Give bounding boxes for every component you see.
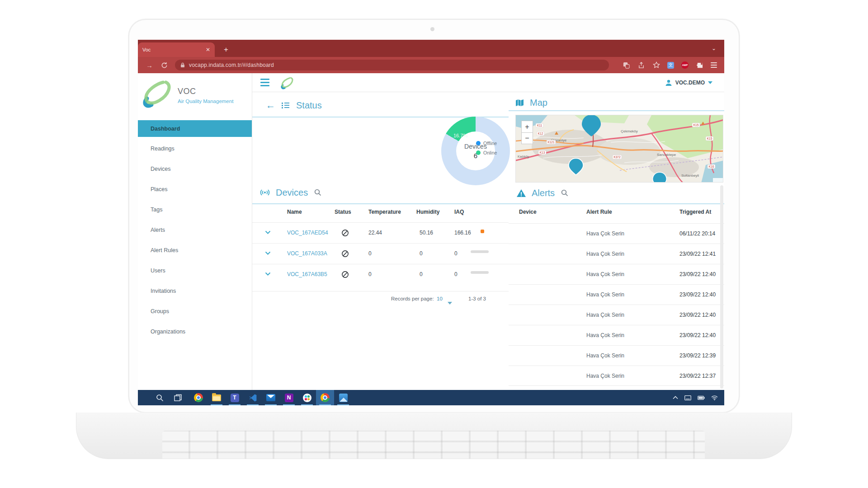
col-iaq: IAQ (454, 209, 464, 215)
taskbar-file-explorer-icon[interactable] (208, 390, 226, 405)
sidebar-item-readings[interactable]: Readings (138, 140, 252, 157)
tray-chevron-up-icon[interactable] (673, 396, 678, 399)
browser-toolbar: → vocapp.indata.com.tr/#/dashboard 文 ABP (138, 57, 724, 73)
sidebar-item-alert-rules[interactable]: Alert Rules (138, 242, 252, 258)
devices-search-icon[interactable] (314, 189, 321, 196)
sidebar-item-alerts[interactable]: Alerts (138, 221, 252, 238)
road-shield: K16 (709, 165, 714, 168)
topbar-voc-logo[interactable] (279, 76, 295, 89)
device-name-link[interactable]: VOC_167AED54 (287, 230, 328, 236)
page-size-select[interactable]: 10 (437, 296, 443, 301)
alert-row-4[interactable]: Hava Çok Serin 23/09/22 12:40 (509, 284, 724, 305)
taskbar-vscode-icon[interactable] (244, 390, 262, 405)
sidebar-item-users[interactable]: Users (138, 262, 252, 279)
chevron-down-icon[interactable]: ⌄ (712, 45, 716, 52)
alerts-search-icon[interactable] (561, 189, 568, 197)
map-zoom-in-button[interactable]: + (521, 121, 533, 132)
brand-subtitle: Air Quality Management (178, 99, 233, 104)
task-view-icon[interactable] (169, 390, 187, 405)
screen: Voc ✕ + ⌄ → vocapp.indata.com.tr/#/dashb… (138, 40, 724, 405)
alert-time: 23/09/22 12:39 (679, 352, 716, 359)
alert-row-3[interactable]: Hava Çok Serin 23/09/22 12:40 (509, 264, 724, 284)
sidebar-item-organizations[interactable]: Organizations (138, 323, 252, 340)
browser-menu-icon[interactable] (711, 62, 717, 68)
records-per-page-label: Records per page: (391, 296, 434, 301)
device-row-2[interactable]: VOC_167A033A 0 0 0 (252, 243, 509, 264)
sidebar-item-devices[interactable]: Devices (138, 160, 252, 177)
expand-chevron-icon[interactable] (265, 272, 271, 276)
tray-wifi-icon[interactable] (711, 395, 718, 400)
alerts-scrollbar[interactable] (720, 185, 723, 389)
tray-battery-icon[interactable] (698, 396, 705, 400)
sidebar-item-places[interactable]: Places (138, 181, 252, 197)
device-row-1[interactable]: VOC_167AED54 22.44 50.16 166.16 (252, 222, 509, 243)
alert-row-7[interactable]: Hava Çok Serin 23/09/22 12:39 (509, 345, 724, 366)
alert-time: 23/09/22 12:37 (679, 373, 716, 379)
forward-arrow-icon[interactable]: → (146, 61, 153, 69)
adblock-extension-icon[interactable]: ABP (681, 61, 689, 69)
device-name-link[interactable]: VOC_167A033A (287, 250, 327, 257)
alert-row-2[interactable]: Hava Çok Serin 23/09/22 12:41 (509, 244, 724, 264)
devices-table-head: Name Status Temperature Humidity IAQ (252, 206, 509, 220)
map[interactable]: Ümraniye Çekmeköy Sancaktepe Sultanbeyli… (515, 115, 723, 183)
reload-icon[interactable] (161, 62, 168, 69)
tab-close-icon[interactable]: ✕ (206, 47, 210, 53)
puzzle-extension-icon[interactable] (696, 61, 703, 69)
laptop-keyboard (162, 431, 705, 459)
taskbar-photos-icon[interactable] (334, 390, 352, 405)
sidebar-item-invitations[interactable]: Invitations (138, 282, 252, 299)
browser-tabstrip: Voc ✕ + ⌄ (138, 40, 724, 57)
sidebar-item-tags[interactable]: Tags (138, 201, 252, 218)
taskbar-chrome-icon[interactable] (189, 390, 208, 405)
devices-header-divider (252, 203, 509, 204)
map-label-sultanbeyli: Sultanbeyli (681, 174, 699, 178)
alert-rule: Hava Çok Serin (586, 312, 624, 318)
taskbar-onenote-icon[interactable]: N (280, 390, 298, 405)
iaq-empty-bar (471, 271, 489, 274)
alert-row-1[interactable]: Hava Çok Serin 06/11/22 20:14 (509, 223, 724, 244)
devices-panel-header: Devices (259, 185, 321, 200)
device-iaq: 0 (454, 271, 458, 277)
alert-row-5[interactable]: Hava Çok Serin 23/09/22 12:40 (509, 305, 724, 325)
new-tab-button[interactable]: + (221, 45, 231, 55)
taskbar-search-icon[interactable] (151, 390, 169, 405)
browser-tab[interactable]: Voc ✕ (138, 42, 215, 57)
voc-logo (141, 78, 173, 108)
device-name-link[interactable]: VOC_167A63B5 (287, 271, 327, 277)
taskbar-teams-icon[interactable]: T (226, 390, 244, 405)
alert-row-8[interactable]: Hava Çok Serin 23/09/22 12:37 (509, 366, 724, 386)
map-icon (515, 99, 524, 107)
bookmark-star-icon[interactable] (652, 61, 660, 69)
share-icon[interactable] (637, 61, 645, 69)
url-text: vocapp.indata.com.tr/#/dashboard (189, 62, 274, 68)
col-humidity: Humidity (416, 209, 439, 215)
expand-chevron-icon[interactable] (265, 251, 271, 255)
translate-page-icon[interactable] (623, 61, 630, 69)
sidebar-item-dashboard[interactable]: Dashboard (138, 120, 252, 137)
road-shield: K13 (540, 151, 545, 154)
user-menu[interactable]: VOC.DEMO (665, 79, 712, 86)
taskbar-mail-icon[interactable] (262, 390, 280, 405)
taskbar-slack-icon[interactable] (298, 390, 316, 405)
expand-chevron-icon[interactable] (265, 230, 271, 235)
url-bar[interactable]: vocapp.indata.com.tr/#/dashboard (175, 60, 609, 70)
donut-center: Devices 6 (441, 117, 510, 185)
device-humidity: 0 (420, 271, 423, 277)
warning-triangle-icon (517, 189, 526, 197)
taskbar-chrome-active-icon[interactable] (316, 390, 334, 405)
topbar: VOC.DEMO (252, 73, 724, 92)
back-arrow-icon[interactable]: ← (266, 100, 275, 111)
sidebar-item-groups[interactable]: Groups (138, 303, 252, 319)
alert-time: 23/09/22 12:40 (679, 291, 716, 298)
devices-status-donut: 16.7% Devices 6 (441, 117, 510, 185)
list-icon[interactable] (282, 102, 290, 109)
iaq-empty-bar (471, 250, 489, 253)
translate-extension-icon[interactable]: 文 (667, 62, 674, 69)
alert-row-6[interactable]: Hava Çok Serin 23/09/22 12:40 (509, 325, 724, 345)
map-zoom-out-button[interactable]: − (521, 132, 533, 144)
device-row-3[interactable]: VOC_167A63B5 0 0 0 (252, 264, 509, 285)
hamburger-menu-icon[interactable] (260, 79, 269, 86)
status-panel-title: Status (296, 100, 322, 111)
tray-touch-keyboard-icon[interactable] (684, 395, 691, 400)
map-marker[interactable] (653, 172, 667, 183)
